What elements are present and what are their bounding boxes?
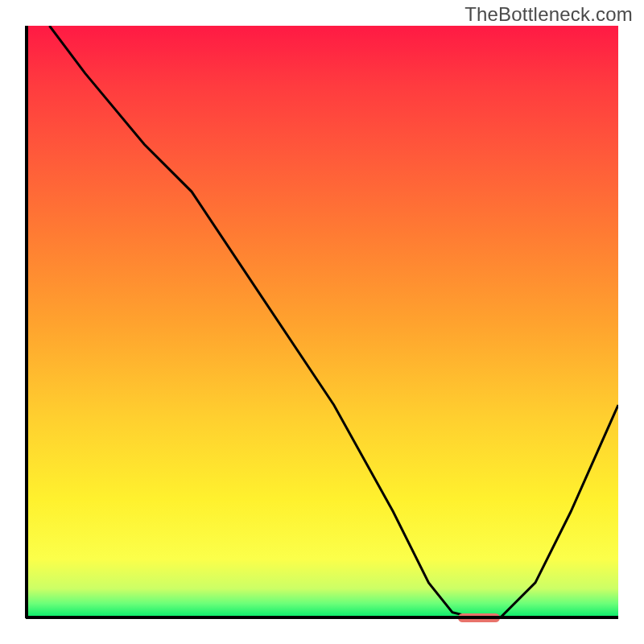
bottleneck-curve: [49, 26, 618, 618]
chart-container: TheBottleneck.com: [0, 0, 644, 644]
curve-svg: [26, 26, 618, 618]
watermark-text: TheBottleneck.com: [464, 3, 633, 26]
plot-gradient-background: [26, 26, 618, 618]
optimal-marker: [458, 613, 500, 622]
